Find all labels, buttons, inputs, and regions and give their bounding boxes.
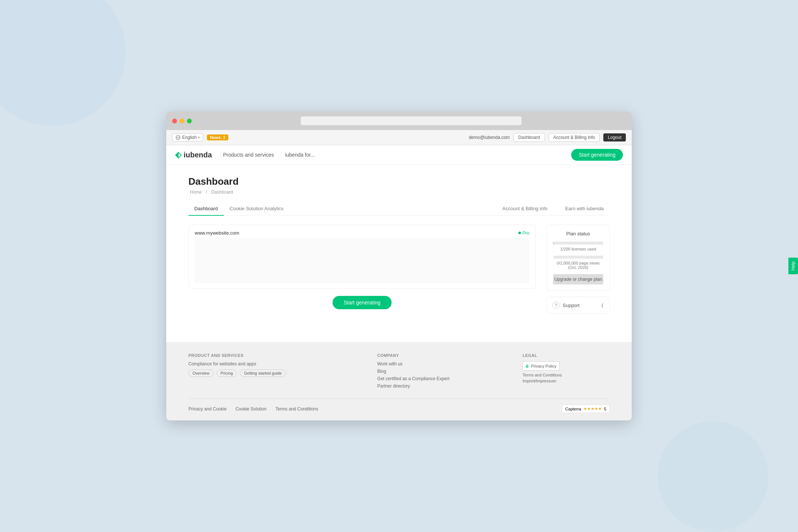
- pro-badge: Pro: [518, 231, 529, 236]
- minimize-button[interactable]: [180, 119, 184, 123]
- footer-bottom: Privacy and Cookie Cookie Solution Terms…: [188, 398, 610, 413]
- account-billing-nav-button[interactable]: Account & Billing info: [549, 133, 600, 142]
- language-label: English: [182, 135, 197, 140]
- close-button[interactable]: [172, 119, 177, 123]
- iubenda-for-link[interactable]: iubenda for...: [285, 152, 315, 158]
- footer-blog-link[interactable]: Blog: [377, 369, 508, 374]
- website-card-body: [195, 239, 529, 283]
- website-card-header: www.mywebsite.com Pro: [195, 230, 529, 236]
- main-panel: www.mywebsite.com Pro Start generating: [188, 225, 536, 313]
- licenses-label: 1/200 licenses used: [553, 247, 603, 251]
- support-card[interactable]: ? Support ❮: [547, 297, 610, 314]
- tab-cookie-analytics[interactable]: Cookie Solution Analytics: [224, 202, 290, 216]
- plan-status-title: Plan status: [553, 231, 603, 236]
- footer-terms-conditions-link[interactable]: Terms and Conditions: [275, 406, 318, 412]
- breadcrumb-home[interactable]: Home: [190, 190, 202, 195]
- tab-dashboard[interactable]: Dashboard: [188, 202, 224, 216]
- footer-col-products: PRODUCT AND SERVICES Compliance for webs…: [188, 353, 362, 391]
- capterra-rating: 5: [604, 407, 606, 411]
- footer-col-legal: LEGAL ⬖ Privacy Policy Terms and Conditi…: [522, 353, 610, 391]
- capterra-stars: ★★★★★: [583, 406, 602, 411]
- start-generating-center: Start generating: [188, 296, 536, 309]
- footer-cookie-solution-link[interactable]: Cookie Solution: [235, 406, 266, 412]
- footer: PRODUCT AND SERVICES Compliance for webs…: [166, 342, 632, 420]
- footer-compliance-label: Compliance for websites and apps: [188, 361, 362, 366]
- capterra-label: Capterra: [565, 407, 581, 411]
- side-panel: Plan status 1/200 licenses used 0/1,000,…: [547, 225, 610, 314]
- footer-tag-guide[interactable]: Getting started guide: [240, 369, 286, 377]
- top-nav-bar: English ▾ News: 3 demo@iubenda.com Dashb…: [166, 130, 632, 145]
- question-mark-icon: ?: [552, 301, 560, 309]
- page-title: Dashboard: [188, 176, 610, 187]
- globe-icon: [175, 135, 181, 140]
- dashboard-body: www.mywebsite.com Pro Start generating: [188, 225, 610, 314]
- browser-chrome: [166, 112, 632, 130]
- breadcrumb: Home / Dashboard: [188, 190, 610, 195]
- footer-products-title: PRODUCT AND SERVICES: [188, 353, 362, 358]
- logo-icon: ⬖: [175, 150, 181, 160]
- address-bar[interactable]: [300, 116, 522, 126]
- tab-right-group: Account & Billing info Earn with iubenda: [497, 202, 610, 215]
- user-email: demo@iubenda.com: [469, 135, 510, 140]
- tab-account-billing[interactable]: Account & Billing info: [497, 202, 553, 216]
- language-button[interactable]: English ▾: [172, 133, 203, 141]
- news-badge[interactable]: News: 3: [207, 134, 228, 140]
- footer-certified-link[interactable]: Get certified as a Compliance Expert: [377, 376, 508, 381]
- logo[interactable]: ⬖ iubenda: [175, 150, 212, 160]
- capterra-badge: Capterra ★★★★★ 5: [562, 405, 610, 413]
- footer-columns: PRODUCT AND SERVICES Compliance for webs…: [188, 353, 610, 391]
- footer-tag-pricing[interactable]: Pricing: [216, 369, 237, 377]
- breadcrumb-separator: /: [206, 190, 207, 195]
- chevron-right-icon: ❮: [601, 303, 604, 308]
- licenses-progress-bar: [553, 242, 603, 245]
- footer-col-company: COMPANY Work with us Blog Get certified …: [377, 353, 508, 391]
- footer-imprint-link[interactable]: Imprint/Impressum: [522, 379, 610, 383]
- pageviews-label: 0/1,000,000 page views (Oct. 2020): [553, 261, 603, 270]
- footer-tag-overview[interactable]: Overview: [188, 369, 214, 377]
- tab-earn-iubenda[interactable]: Earn with iubenda: [559, 202, 610, 216]
- pp-icon: ⬖: [526, 363, 529, 369]
- chevron-down-icon: ▾: [198, 136, 200, 139]
- start-generating-button[interactable]: Start generating: [332, 296, 392, 309]
- plan-status-card: Plan status 1/200 licenses used 0/1,000,…: [547, 225, 610, 291]
- footer-privacy-cookie-link[interactable]: Privacy and Cookie: [188, 406, 226, 412]
- page-content: Dashboard Home / Dashboard Dashboard Coo…: [166, 165, 632, 342]
- logout-button[interactable]: Logout: [603, 133, 626, 141]
- tabs-bar: Dashboard Cookie Solution Analytics Acco…: [188, 202, 610, 216]
- licenses-progress-fill: [553, 242, 553, 245]
- support-left: ? Support: [552, 301, 580, 309]
- footer-work-link[interactable]: Work with us: [377, 361, 508, 366]
- dashboard-nav-button[interactable]: Dashboard: [514, 133, 545, 142]
- footer-legal-title: LEGAL: [522, 353, 610, 358]
- maximize-button[interactable]: [187, 119, 192, 123]
- footer-terms-link[interactable]: Terms and Conditions: [522, 373, 610, 377]
- breadcrumb-current: Dashboard: [211, 190, 233, 195]
- footer-company-title: COMPANY: [377, 353, 508, 358]
- privacy-policy-button[interactable]: ⬖ Privacy Policy: [522, 361, 559, 371]
- start-generating-nav-button[interactable]: Start generating: [571, 149, 623, 161]
- website-card: www.mywebsite.com Pro: [188, 225, 536, 289]
- browser-window: English ▾ News: 3 demo@iubenda.com Dashb…: [166, 112, 632, 420]
- top-nav-right: demo@iubenda.com Dashboard Account & Bil…: [469, 133, 626, 142]
- support-label: Support: [563, 303, 580, 308]
- products-services-link[interactable]: Products and services: [223, 152, 274, 158]
- traffic-lights: [172, 119, 192, 123]
- upgrade-plan-button[interactable]: Upgrade or change plan: [553, 274, 603, 284]
- footer-partner-link[interactable]: Partner directory: [377, 383, 508, 389]
- top-nav-left: English ▾ News: 3: [172, 133, 228, 141]
- main-nav: ⬖ iubenda Products and services iubenda …: [166, 145, 632, 165]
- website-name: www.mywebsite.com: [195, 230, 239, 236]
- help-tab[interactable]: Help: [788, 258, 798, 274]
- pro-dot: [518, 232, 521, 234]
- pageviews-progress-bar: [553, 256, 603, 259]
- footer-tag-row: Overview Pricing Getting started guide: [188, 369, 362, 377]
- logo-text: iubenda: [184, 151, 212, 159]
